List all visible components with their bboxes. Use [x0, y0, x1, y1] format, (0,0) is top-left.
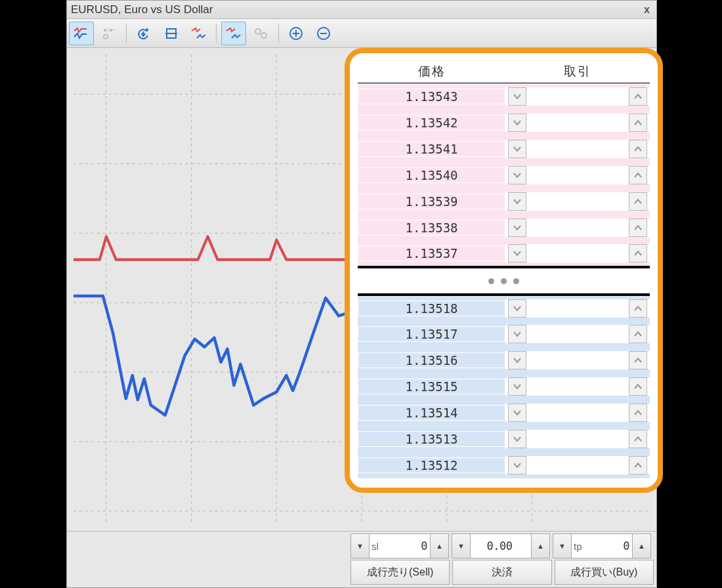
- market-sell-button[interactable]: 成行売り(Sell): [350, 560, 450, 585]
- dom-price: 1.13543: [358, 89, 505, 104]
- zoom-in-icon[interactable]: [284, 22, 308, 45]
- dom-header: 価格 取引: [358, 60, 650, 83]
- dom-trade-cell: [505, 140, 650, 158]
- dom-row-ask: 1.13538: [358, 215, 650, 241]
- sl-value[interactable]: 0: [381, 539, 430, 553]
- separator: [126, 24, 127, 43]
- zoom-out-icon[interactable]: [311, 22, 336, 45]
- window-title: EURUSD, Euro vs US Dollar: [71, 3, 641, 16]
- lots-value[interactable]: 0.00: [471, 539, 531, 553]
- chart-mode-icon[interactable]: [69, 22, 94, 45]
- dom-trade-cell: [505, 192, 650, 211]
- dom-price: 1.13512: [358, 457, 505, 473]
- buy-at-price-button[interactable]: [629, 192, 647, 211]
- buy-at-price-button[interactable]: [629, 404, 647, 422]
- sell-at-price-button[interactable]: [508, 87, 526, 106]
- dom-trade-cell: [505, 244, 650, 262]
- dom-row-bid: 1.13514: [358, 400, 650, 426]
- close-icon[interactable]: x: [641, 4, 652, 16]
- sell-at-price-button[interactable]: [508, 325, 526, 343]
- tp-label: tp: [572, 541, 584, 552]
- dom-price: 1.13538: [358, 220, 505, 236]
- buy-at-price-button[interactable]: [629, 166, 647, 184]
- sell-at-price-button[interactable]: [508, 219, 526, 237]
- buy-at-price-button[interactable]: [629, 244, 647, 262]
- dom-price: 1.13515: [358, 379, 505, 394]
- depth-refresh-icon[interactable]: [131, 22, 156, 45]
- dom-row-ask: 1.13539: [358, 188, 650, 215]
- svg-rect-4: [141, 33, 146, 35]
- lots-spinner: ▼ 0.00 ▲: [452, 534, 550, 558]
- dom-row-bid: 1.13515: [358, 373, 650, 400]
- sell-at-price-button[interactable]: [508, 192, 526, 211]
- buy-at-price-button[interactable]: [629, 430, 647, 448]
- sell-at-price-button[interactable]: [508, 166, 526, 184]
- spread-indicator-icon[interactable]: [186, 22, 211, 45]
- svg-point-0: [104, 28, 106, 31]
- dom-trade-cell: [505, 219, 650, 237]
- buy-at-price-button[interactable]: [629, 219, 647, 237]
- dom-price: 1.13541: [358, 141, 505, 157]
- dom-row-bid: 1.13512: [358, 452, 650, 478]
- buy-at-price-button[interactable]: [629, 140, 647, 158]
- dom-panel: 価格 取引 1.135431.135421.135411.135401.1353…: [345, 48, 663, 493]
- ellipsis-icon: [513, 278, 519, 284]
- realtime-ticks-icon[interactable]: [221, 22, 246, 45]
- ellipsis-icon: [501, 278, 507, 284]
- dom-row-bid: 1.13513: [358, 426, 650, 452]
- dom-row-bid: 1.13518: [358, 295, 650, 321]
- dom-header-price: 価格: [358, 60, 505, 83]
- dom-trade-cell: [505, 351, 650, 369]
- dom-price: 1.13539: [358, 194, 505, 209]
- sell-at-price-button[interactable]: [508, 114, 526, 132]
- sl-increment-button[interactable]: ▲: [430, 534, 448, 558]
- order-panel-right: ▼ sl 0 ▲ ▼ 0.00 ▲ ▼ tp 0 ▲ 成行売り(S: [348, 532, 656, 587]
- buy-at-price-button[interactable]: [629, 87, 647, 106]
- dom-trade-cell: [505, 377, 650, 396]
- dom-price: 1.13513: [358, 431, 505, 447]
- buy-at-price-button[interactable]: [629, 299, 647, 318]
- dom-row-ask: 1.13542: [358, 110, 650, 136]
- close-position-button[interactable]: 決済: [452, 560, 551, 585]
- dom-price: 1.13517: [358, 326, 505, 342]
- pending-orders-icon[interactable]: [249, 22, 274, 45]
- market-buy-button[interactable]: 成行買い(Buy): [555, 560, 654, 585]
- depth-centered-icon[interactable]: [159, 22, 184, 45]
- buy-at-price-button[interactable]: [629, 114, 647, 132]
- dom-price: 1.13540: [358, 167, 505, 183]
- stoploss-spinner: ▼ sl 0 ▲: [350, 534, 449, 558]
- sl-decrement-button[interactable]: ▼: [351, 534, 370, 558]
- buy-at-price-button[interactable]: [629, 325, 647, 343]
- sell-at-price-button[interactable]: [508, 244, 526, 262]
- sell-at-price-button[interactable]: [508, 456, 526, 474]
- dom-price: 1.13514: [358, 405, 505, 421]
- dom-row-bid: 1.13516: [358, 347, 650, 373]
- sell-at-price-button[interactable]: [508, 430, 526, 448]
- tick-mode-icon[interactable]: [96, 22, 121, 45]
- buy-at-price-button[interactable]: [629, 456, 647, 474]
- order-panel: ▼ sl 0 ▲ ▼ 0.00 ▲ ▼ tp 0 ▲ 成行売り(S: [67, 531, 656, 587]
- ellipsis-icon: [488, 278, 494, 284]
- dom-trade-cell: [505, 299, 650, 318]
- dom-trade-cell: [505, 325, 650, 343]
- lots-decrement-button[interactable]: ▼: [452, 534, 471, 558]
- tp-value[interactable]: 0: [584, 539, 632, 553]
- tp-increment-button[interactable]: ▲: [632, 534, 650, 558]
- sell-at-price-button[interactable]: [508, 377, 526, 396]
- sell-at-price-button[interactable]: [508, 351, 526, 369]
- buy-at-price-button[interactable]: [629, 351, 647, 369]
- sl-label: sl: [370, 541, 381, 552]
- dom-trade-cell: [505, 114, 650, 132]
- lots-increment-button[interactable]: ▲: [531, 534, 549, 558]
- dom-price: 1.13542: [358, 115, 505, 131]
- dom-row-ask: 1.13541: [358, 136, 650, 162]
- sell-at-price-button[interactable]: [508, 404, 526, 422]
- dom-row-ask: 1.13543: [358, 83, 650, 110]
- dom-trade-cell: [505, 430, 650, 448]
- buy-at-price-button[interactable]: [629, 377, 647, 396]
- sell-at-price-button[interactable]: [508, 299, 526, 318]
- dom-trade-cell: [505, 87, 650, 106]
- sell-at-price-button[interactable]: [508, 140, 526, 158]
- dom-price: 1.13516: [358, 352, 505, 368]
- tp-decrement-button[interactable]: ▼: [553, 534, 572, 558]
